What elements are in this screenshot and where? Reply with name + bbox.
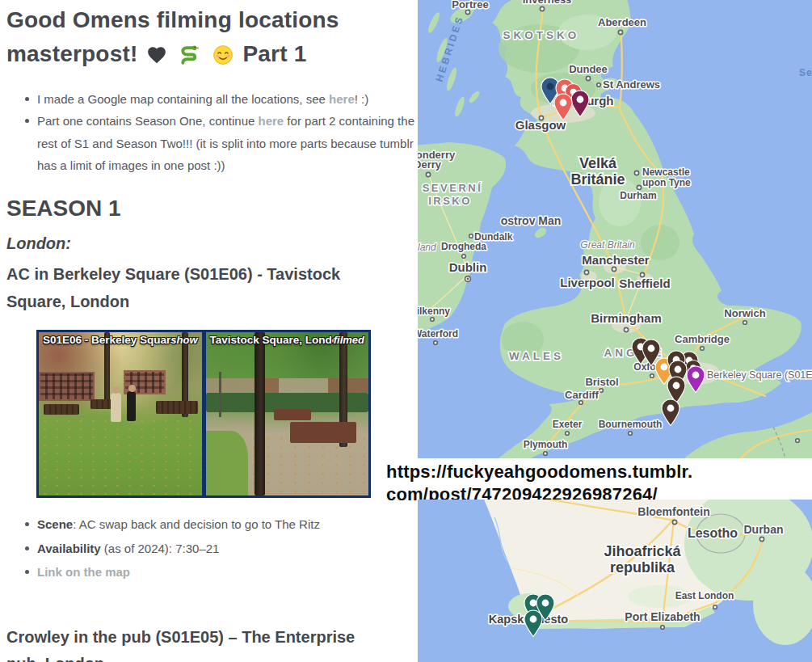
label-lesotho: Lesotho	[688, 526, 738, 540]
scene-bench	[156, 401, 198, 414]
label-sheffield: Sheffield	[619, 276, 670, 290]
label-great-britain: Great Britain	[580, 239, 635, 251]
post-url-note: https://fuckyeahgoodomens.tumblr. com/po…	[386, 461, 806, 505]
label-durham: Durham	[620, 190, 656, 201]
label-bristol: Bristol	[585, 376, 618, 388]
label-derry: Derry	[418, 158, 442, 171]
entry1-filmed-image[interactable]: Tavistock Square, London filmed	[206, 332, 369, 495]
south-africa-map[interactable]: Bloemfontein Lesotho Durban Jihoafrická …	[418, 500, 812, 662]
label-drogheda: Drogheda	[441, 241, 486, 252]
label-birmingham: Birmingham	[591, 311, 662, 325]
label-durban: Durban	[744, 523, 784, 536]
availability-text: (as of 2024): 7:30–21	[101, 542, 220, 555]
uk-map[interactable]: Portree Inverness SKOTSKO Aberdeen Dunde…	[418, 0, 812, 458]
scene-figure-aziraphale	[111, 393, 121, 422]
label-st-andrews: St Andrews	[603, 78, 660, 91]
post-title-line1: Good Omens filming locations	[6, 7, 339, 32]
entry1-show-image[interactable]: S01E06 - Berkeley Square show	[39, 332, 202, 495]
label-inverness: Inverness	[523, 0, 572, 6]
label-waterford: Waterford	[418, 328, 458, 339]
map-here-link[interactable]: here	[329, 92, 355, 106]
label-ostrov-man: ostrov Man	[501, 214, 562, 227]
entry1-image-pair: S01E06 - Berkeley Square show Tavistock …	[36, 330, 371, 498]
black-heart-icon	[146, 41, 167, 75]
label-norwich: Norwich	[724, 307, 765, 319]
part2-here-link[interactable]: here	[259, 114, 284, 128]
post-title-line2: masterpost!	[6, 41, 137, 66]
label-plymouth: Plymouth	[524, 439, 568, 450]
label-republika: republika	[610, 559, 675, 576]
label-liverpool: Liverpool	[560, 276, 615, 289]
scene-fallen-leaves	[39, 417, 202, 495]
post-title: Good Omens filming locations masterpost!	[6, 3, 414, 75]
post-title-part: Part 1	[242, 41, 306, 66]
label-upon-tyne: upon Tyne	[642, 177, 691, 188]
label-dundee: Dundee	[569, 63, 608, 75]
label-port-elizabeth: Port Elizabeth	[625, 610, 700, 623]
label-east-london: East London	[675, 590, 734, 601]
intro-bullet-1: I made a Google map containing all the l…	[37, 88, 414, 110]
bullet1-suffix: ! :)	[355, 92, 369, 106]
map-link-bullet: Link on the map	[37, 563, 414, 582]
label-bloemfontein: Bloemfontein	[637, 505, 709, 518]
label-severni: SEVERNÍ	[423, 182, 483, 194]
intro-bullet-list: I made a Google map containing all the l…	[6, 88, 414, 176]
scene-figure-crowley	[127, 391, 136, 421]
label-newcastle: Newcastle	[642, 167, 690, 178]
label-bournemouth: Bournemouth	[599, 419, 663, 430]
label-skotsko: SKOTSKO	[503, 29, 580, 41]
berkeley-square-tooltip: Berkeley Square (S01E06)	[707, 369, 812, 381]
label-north-sea: Severní moře	[799, 67, 812, 78]
bullet1-text: I made a Google map containing all the l…	[37, 92, 329, 106]
entry1-detail-list: Scene: AC swap back and decision to go t…	[6, 516, 414, 582]
label-cambridge: Cambridge	[675, 333, 730, 345]
scene-label: Scene	[37, 517, 73, 531]
label-britanie: Británie	[570, 171, 625, 188]
label-irsko: IRSKO	[428, 195, 472, 207]
smiling-face-icon	[212, 41, 234, 75]
scene-text: : AC swap back and decision to go to The…	[73, 517, 320, 531]
entry1-filmed-tag: filmed	[334, 334, 364, 346]
city-heading: London:	[6, 234, 414, 253]
scene-tree-trunk	[255, 332, 265, 495]
entry1-filmed-caption: Tavistock Square, London	[210, 334, 346, 348]
label-wales: WALES	[509, 350, 564, 362]
label-jihoafricka: Jihoafrická	[604, 543, 681, 559]
blog-post: Good Omens filming locations masterpost!	[6, 3, 414, 662]
entry1-show-tag: show	[170, 334, 197, 346]
link-on-the-map[interactable]: Link on the map	[37, 565, 130, 579]
scene-bench	[290, 422, 356, 443]
scene-grass-patch	[206, 431, 248, 496]
label-dublin: Dublin	[449, 260, 487, 274]
label-portree: Portree	[452, 0, 489, 11]
entry2-heading: Crowley in the pub (S01E05) – The Enterp…	[6, 624, 386, 662]
bullet2-text: Part one contains Season One, continue	[37, 114, 259, 128]
entry1-heading: AC in Berkeley Square (S01E06) - Tavisto…	[6, 261, 386, 315]
label-velka: Velká	[579, 155, 617, 171]
label-cardiff: Cardiff	[565, 389, 600, 401]
availability-bullet: Availability (as of 2024): 7:30–21	[37, 540, 414, 559]
entry1-show-caption: S01E06 - Berkeley Square	[43, 334, 177, 348]
snake-icon	[179, 41, 201, 75]
scene-bench	[274, 409, 311, 420]
label-ireland: Ireland	[418, 242, 436, 253]
scene-bullet: Scene: AC swap back and decision to go t…	[37, 516, 414, 534]
availability-label: Availability	[37, 542, 101, 555]
label-aberdeen: Aberdeen	[598, 16, 646, 28]
scene-building-left	[39, 372, 95, 401]
scene-lamp-post	[219, 372, 221, 418]
intro-bullet-2: Part one contains Season One, continue h…	[37, 110, 414, 176]
label-manchester: Manchester	[582, 253, 650, 267]
label-glasgow: Glasgow	[515, 118, 566, 132]
label-exeter: Exeter	[553, 419, 583, 430]
label-kilkenny: Kilkenny	[418, 306, 450, 317]
season-heading: SEASON 1	[6, 196, 414, 221]
post-url-line1: https://fuckyeahgoodomens.tumblr.	[386, 461, 806, 483]
scene-bench	[44, 404, 79, 415]
